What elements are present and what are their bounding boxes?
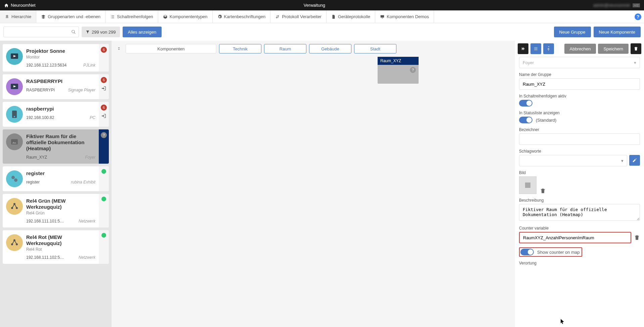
status-badge-ok bbox=[101, 197, 106, 201]
component-address: 192.168.100.82 bbox=[26, 115, 54, 120]
filter-icon bbox=[86, 30, 90, 34]
component-type-icon bbox=[6, 78, 23, 95]
list-icon bbox=[533, 46, 538, 51]
login-icon[interactable] bbox=[101, 113, 106, 119]
component-subtitle: Monitor bbox=[26, 55, 95, 59]
group-name-input[interactable] bbox=[519, 78, 640, 90]
parent-group-value: Foyer bbox=[523, 60, 534, 65]
component-card[interactable]: Fiktiver Raum für die offizielle Dokumen… bbox=[3, 129, 109, 164]
chevrons-down-icon bbox=[117, 46, 121, 51]
svg-point-3 bbox=[14, 116, 15, 117]
doc-icon bbox=[331, 14, 336, 19]
lang-badge[interactable]: A/Z bbox=[633, 3, 640, 7]
component-card[interactable]: Rel4 Grün (MEW Werkzeugquiz)Rel4 Grün192… bbox=[3, 194, 109, 228]
component-title: Fiktiver Raum für die offizielle Dokumen… bbox=[26, 133, 95, 152]
search-input[interactable] bbox=[6, 30, 71, 35]
topbar: NeuroomNet Verwaltung admin@neuroomnet A… bbox=[0, 0, 644, 10]
identifier-input[interactable] bbox=[519, 133, 640, 145]
statuslist-label: In Statusliste anzeigen bbox=[519, 111, 640, 115]
tab-protokoll-verarbeiter[interactable]: Protokoll Verarbeiter bbox=[270, 10, 327, 23]
edit-tags-button[interactable] bbox=[629, 155, 640, 166]
component-type-icon bbox=[6, 48, 23, 65]
component-title: Projektor Sonne bbox=[26, 48, 95, 54]
show-counter-label: Show counter on map bbox=[537, 250, 579, 255]
panel-view-person-button[interactable] bbox=[543, 43, 554, 54]
level-gebäude[interactable]: Gebäude bbox=[309, 44, 351, 53]
component-strip: 6 bbox=[99, 74, 109, 99]
panel-body[interactable]: Foyer ▾ Name der Gruppe In Schaltreihenf… bbox=[515, 57, 644, 327]
delete-button[interactable] bbox=[631, 43, 641, 54]
level-stadt[interactable]: Stadt bbox=[354, 44, 396, 53]
filter-label: 299 von 299 bbox=[92, 30, 116, 35]
tab-ger-teprotokolle[interactable]: Geräteprotokolle bbox=[327, 10, 375, 23]
tab-kartenbeschriftungen[interactable]: Kartenbeschriftungen bbox=[213, 10, 271, 23]
description-textarea[interactable] bbox=[519, 204, 640, 221]
new-component-button[interactable]: Neue Komponente bbox=[594, 27, 641, 37]
tags-label: Schlagworte bbox=[519, 149, 640, 154]
statuslist-toggle[interactable] bbox=[519, 117, 532, 123]
show-all-button[interactable]: Alles anzeigen bbox=[123, 27, 162, 37]
gear-icon bbox=[217, 14, 222, 19]
active-toggle[interactable] bbox=[519, 100, 532, 107]
component-card[interactable]: registerregisterrubina Exhibit bbox=[3, 166, 109, 191]
level-raum[interactable]: Raum bbox=[264, 44, 306, 53]
component-strip: 6 bbox=[99, 102, 109, 127]
identifier-label: Bezeichner bbox=[519, 127, 640, 132]
layers-icon bbox=[41, 14, 46, 19]
tab-komponenten-demos[interactable]: Komponenten Demos bbox=[375, 10, 434, 23]
component-strip: 6 bbox=[99, 44, 109, 72]
statuslist-hint: (Standard) bbox=[536, 118, 556, 123]
room-card[interactable]: Raum_XYZ ? bbox=[378, 57, 419, 84]
component-type-icon bbox=[6, 133, 23, 150]
parent-group-select[interactable]: Foyer ▾ bbox=[519, 57, 640, 68]
login-icon[interactable] bbox=[101, 86, 106, 91]
component-address: RASPBERRYPI bbox=[26, 88, 55, 92]
location-label: Verortung bbox=[519, 261, 640, 265]
level-technik[interactable]: Technik bbox=[219, 44, 261, 53]
filter-pill[interactable]: 299 von 299 bbox=[82, 27, 120, 37]
image-delete-button[interactable] bbox=[540, 188, 546, 194]
component-card[interactable]: Projektor SonneMonitor192.168.112.123:56… bbox=[3, 44, 109, 72]
chevrons-right-icon bbox=[521, 46, 525, 51]
save-button[interactable]: Speichern bbox=[598, 44, 629, 54]
component-list[interactable]: Projektor SonneMonitor192.168.112.123:56… bbox=[0, 41, 112, 327]
cube-icon bbox=[163, 14, 168, 19]
sitemap-icon bbox=[5, 14, 9, 19]
new-group-button[interactable]: Neue Gruppe bbox=[554, 27, 591, 37]
search-input-wrap bbox=[3, 27, 79, 37]
component-protocol: PJLink bbox=[83, 63, 95, 68]
show-counter-toggle[interactable] bbox=[520, 249, 534, 255]
status-badge-error: 6 bbox=[101, 47, 107, 53]
trash-icon bbox=[634, 46, 638, 51]
component-card[interactable]: RASPBERRYPIRASPBERRYPISignage Player6 bbox=[3, 74, 109, 99]
search-icon[interactable] bbox=[71, 30, 76, 34]
tab-komponententypen[interactable]: Komponententypen bbox=[158, 10, 213, 23]
group-name-label: Name der Gruppe bbox=[519, 72, 640, 77]
status-badge-unknown: ? bbox=[101, 132, 107, 138]
help-button[interactable]: ? bbox=[632, 10, 644, 23]
component-type-icon bbox=[6, 198, 23, 215]
counter-variable-input[interactable] bbox=[519, 232, 631, 243]
component-card[interactable]: raspberrypi192.168.100.82PC6 bbox=[3, 102, 109, 127]
tab-hierarchie[interactable]: Hierarchie bbox=[0, 10, 36, 23]
counter-delete-button[interactable] bbox=[634, 235, 640, 241]
component-type-icon bbox=[6, 234, 23, 251]
tags-select[interactable]: ▾ bbox=[519, 155, 627, 166]
cancel-button[interactable]: Abbrechen bbox=[564, 44, 596, 54]
image-label: Bild bbox=[519, 170, 640, 175]
panel-view-list-button[interactable] bbox=[530, 43, 541, 54]
person-run-icon bbox=[546, 46, 551, 51]
collapse-panel-button[interactable] bbox=[518, 43, 528, 54]
tab-gruppenarten-und-ebenen[interactable]: Gruppenarten und -ebenen bbox=[36, 10, 105, 23]
room-status-unknown-icon: ? bbox=[410, 67, 416, 73]
image-placeholder[interactable] bbox=[519, 176, 536, 194]
component-protocol: Foyer bbox=[85, 155, 95, 160]
component-strip: ? bbox=[99, 129, 109, 164]
expand-all-button[interactable] bbox=[115, 45, 123, 53]
list-icon bbox=[110, 14, 115, 19]
component-card[interactable]: Rel4 Rot (MEW Werkzeugquiz)Rel4 Rot192.1… bbox=[3, 230, 109, 264]
chevron-down-icon: ▾ bbox=[634, 60, 636, 65]
tab-schaltreihenfolgen[interactable]: Schaltreihenfolgen bbox=[105, 10, 158, 23]
component-address: Raum_XYZ bbox=[26, 155, 47, 160]
hierarchy-canvas[interactable]: Komponenten TechnikRaumGebäudeStadt Raum… bbox=[112, 41, 515, 327]
